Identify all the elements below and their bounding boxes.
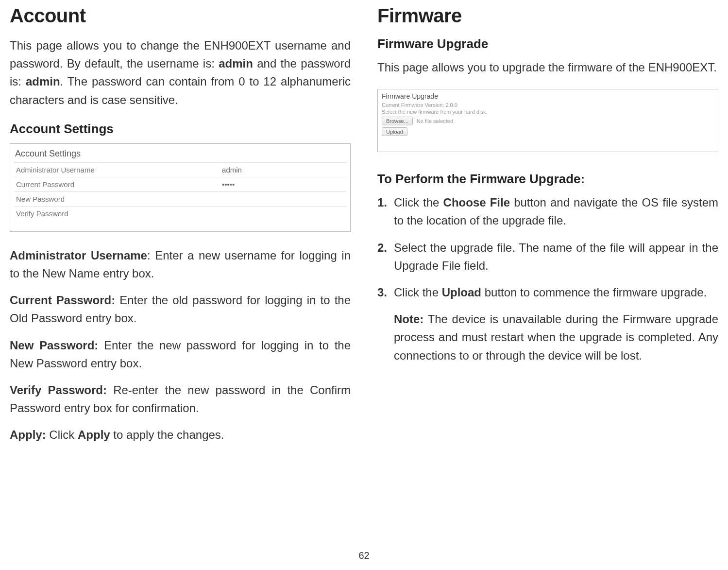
account-heading: Account: [10, 5, 351, 27]
def-label: Administrator Username: [10, 249, 147, 262]
step-text: Click the: [394, 286, 442, 299]
step-text: button to commence the firmware upgrade.: [481, 286, 707, 299]
note-text: The device is unavailable during the Fir…: [394, 312, 718, 362]
account-settings-panel: Account Settings Administrator Username …: [10, 143, 351, 232]
def-text-pre: Click: [46, 428, 78, 441]
fw-panel-title: Firmware Upgrade: [382, 92, 714, 102]
row-value: admin: [220, 162, 346, 177]
def-label: Apply:: [10, 428, 46, 441]
row-label: New Password: [14, 191, 220, 206]
def-apply: Apply: Click Apply to apply the changes.: [10, 426, 351, 444]
browse-button[interactable]: Browse...: [382, 117, 413, 125]
def-label: New Password:: [10, 339, 98, 352]
fw-browse-row: Browse... No file selected: [382, 116, 714, 126]
page-layout: Account This page allows you to change t…: [0, 0, 728, 482]
no-file-label: No file selected: [417, 118, 453, 124]
step-number: 2.: [377, 239, 387, 257]
step-number: 3.: [377, 283, 387, 301]
steps-heading: To Perform the Firmware Upgrade:: [377, 172, 718, 187]
intro-text-3: . The password can contain from 0 to 12 …: [10, 75, 351, 106]
row-value: •••••: [220, 177, 346, 191]
page-number: 62: [0, 550, 728, 561]
def-admin-username: Administrator Username: Enter a new user…: [10, 246, 351, 282]
steps-list: 1. Click the Choose File button and navi…: [377, 193, 718, 364]
def-current-password: Current Password: Enter the old password…: [10, 291, 351, 327]
def-text-bold: Apply: [78, 428, 110, 441]
intro-bold-1: admin: [219, 57, 253, 70]
upload-button[interactable]: Upload: [382, 127, 407, 136]
panel-title: Account Settings: [14, 147, 346, 162]
firmware-upgrade-heading: Firmware Upgrade: [377, 36, 718, 52]
def-new-password: New Password: Enter the new password for…: [10, 336, 351, 372]
account-settings-heading: Account Settings: [10, 121, 351, 137]
def-text-post: to apply the changes.: [110, 428, 224, 441]
definitions: Administrator Username: Enter a new user…: [10, 246, 351, 444]
table-row: Current Password •••••: [14, 177, 346, 191]
row-value: [220, 191, 346, 206]
firmware-note: Note: The device is unavailable during t…: [377, 310, 718, 364]
table-row: Verify Password: [14, 206, 346, 221]
step-1: 1. Click the Choose File button and navi…: [377, 193, 718, 229]
table-row: New Password: [14, 191, 346, 206]
step-text: Select the upgrade file. The name of the…: [394, 241, 718, 272]
step-bold: Choose File: [443, 196, 510, 209]
right-column: Firmware Firmware Upgrade This page allo…: [377, 5, 718, 452]
intro-bold-2: admin: [26, 75, 60, 88]
step-2: 2. Select the upgrade file. The name of …: [377, 239, 718, 275]
def-label: Current Password:: [10, 294, 115, 307]
row-label: Current Password: [14, 177, 220, 191]
row-value: [220, 206, 346, 221]
fw-select-line: Select the new firmware from your hard d…: [382, 109, 714, 116]
step-number: 1.: [377, 193, 387, 211]
account-intro: This page allows you to change the ENH90…: [10, 36, 351, 109]
fw-upload-row: Upload: [382, 126, 714, 137]
step-bold: Upload: [442, 286, 481, 299]
step-text: Click the: [394, 196, 443, 209]
table-row: Administrator Username admin: [14, 162, 346, 177]
def-label: Verify Password:: [10, 383, 107, 397]
firmware-intro: This page allows you to upgrade the firm…: [377, 58, 718, 76]
firmware-upgrade-panel: Firmware Upgrade Current Firmware Versio…: [377, 89, 718, 152]
step-3: 3. Click the Upload button to commence t…: [377, 283, 718, 301]
settings-table: Administrator Username admin Current Pas…: [14, 162, 346, 221]
fw-version-line: Current Firmware Version: 2.0.0: [382, 102, 714, 109]
def-verify-password: Verify Password: Re-enter the new passwo…: [10, 381, 351, 417]
firmware-heading: Firmware: [377, 5, 718, 27]
row-label: Verify Password: [14, 206, 220, 221]
left-column: Account This page allows you to change t…: [10, 5, 351, 452]
row-label: Administrator Username: [14, 162, 220, 177]
note-label: Note:: [394, 312, 423, 326]
